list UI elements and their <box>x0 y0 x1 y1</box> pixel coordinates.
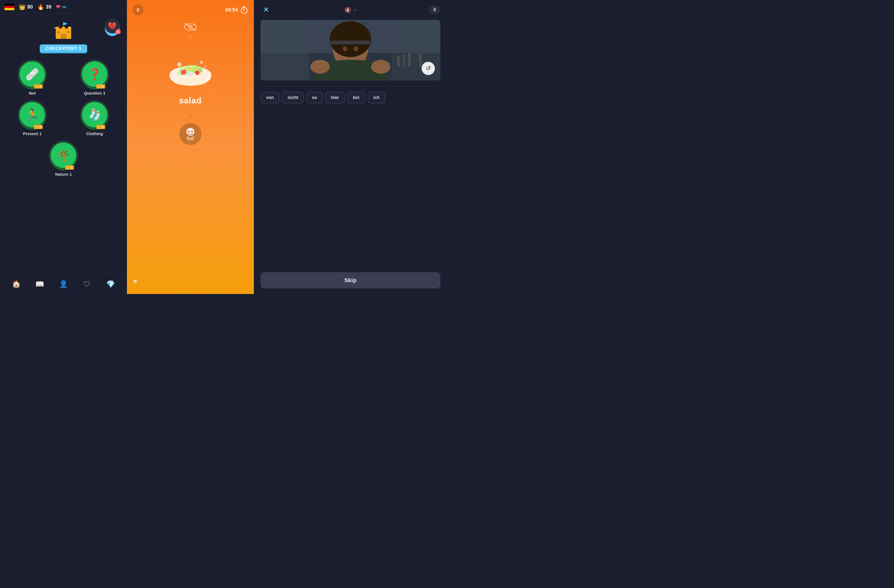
broken-heart-badge[interactable]: 💔 21 <box>105 18 120 33</box>
language-flag[interactable] <box>5 4 14 10</box>
pause-button[interactable]: ⏸ <box>133 5 143 15</box>
lesson-question1-circle: ❓ 👑 2 <box>81 60 109 88</box>
lesson-clothing-outer: 🧦 👑 2 <box>80 100 110 130</box>
svg-point-46 <box>371 60 390 74</box>
castle-banner: ✦ ✦ CHECKPOINT 1 <box>40 21 87 53</box>
hearts-stat: ❤ ∞ <box>56 3 66 11</box>
fire-stat: 🔥 39 <box>37 4 51 10</box>
timer-area: 04:54 <box>225 6 248 14</box>
lesson-clothing[interactable]: 🧦 👑 2 Clothing <box>67 100 122 136</box>
svg-rect-6 <box>61 34 66 39</box>
lesson-nature1-badge: 👑 2 <box>65 166 74 170</box>
nav-shield[interactable]: 🛡 <box>80 277 94 291</box>
svg-text:✦: ✦ <box>69 27 71 29</box>
nav-book[interactable]: 📖 <box>33 277 46 291</box>
speaker-button[interactable]: 🔇 ─ <box>344 7 356 13</box>
speaker-slash: ─ <box>353 8 356 12</box>
svg-point-23 <box>181 69 186 75</box>
lesson-question1[interactable]: ❓ 👑 2 Question 1 <box>67 59 122 95</box>
checkpoint-label: CHECKPOINT 1 <box>45 46 82 51</box>
up-arrow: ↑ <box>189 33 192 41</box>
down-arrow-area: ↓ <box>189 111 192 120</box>
lesson-nature1-outer: 🌴 👑 2 <box>48 140 79 170</box>
replay-button[interactable]: ↺ <box>421 62 435 75</box>
speaker-icon: 🔇 <box>344 7 351 13</box>
down-arrow-icon: ↓ <box>189 111 192 120</box>
svg-point-8 <box>67 31 70 34</box>
lesson-not-label: Not <box>29 91 36 95</box>
hearts-value: ∞ <box>62 3 66 11</box>
close-button[interactable]: ✕ <box>260 5 272 15</box>
lesson-question1-label: Question 1 <box>84 91 106 95</box>
student-icon <box>182 126 199 142</box>
fire-icon: 🔥 <box>37 4 44 10</box>
nav-character[interactable]: 👤 <box>57 277 70 291</box>
eye-hidden-icon <box>183 22 197 32</box>
svg-point-33 <box>204 65 207 68</box>
svg-point-32 <box>200 61 203 64</box>
skip-button[interactable]: Skip <box>260 272 440 288</box>
lesson-scroll-area: ✦ ✦ CHECKPOINT 1 🤖 💔 21 341 XP <box>0 14 127 274</box>
divider <box>260 86 440 86</box>
score-badge: 0 <box>429 6 440 14</box>
chip-so[interactable]: so <box>307 92 323 103</box>
svg-point-41 <box>330 21 371 57</box>
eye-icon-area: ↑ <box>183 22 197 41</box>
heart-icon: ❤ <box>56 4 60 10</box>
lesson-grid: 🩹 👑 2 Not ❓ 👑 2 <box>5 59 122 176</box>
middle-panel: ⏸ 04:54 ↑ <box>127 0 254 294</box>
lesson-nature1-circle: 🌴 👑 2 <box>50 142 77 169</box>
svg-point-44 <box>354 46 358 51</box>
right-topbar: ✕ 🔇 ─ 0 <box>254 0 447 20</box>
chip-ich[interactable]: ich <box>368 92 385 103</box>
lesson-present1-badge: 👑 2 <box>34 125 43 129</box>
lesson-not-outer: 🩹 👑 2 <box>17 59 47 89</box>
pause-icon: ⏸ <box>136 7 140 13</box>
svg-text:✦: ✦ <box>54 27 56 30</box>
left-panel: 👑 80 🔥 39 ❤ ∞ <box>0 0 127 294</box>
lesson-not[interactable]: 🩹 👑 2 Not <box>5 59 60 95</box>
score-value: 0 <box>433 8 436 12</box>
svg-point-31 <box>177 62 181 67</box>
chip-bin[interactable]: bin <box>347 92 365 103</box>
skip-label: Skip <box>344 277 356 283</box>
nav-gem[interactable]: 💎 <box>104 277 117 291</box>
chip-nicht[interactable]: nicht <box>282 92 304 103</box>
broken-heart-count: 21 <box>115 29 121 35</box>
lesson-clothing-circle: 🧦 👑 2 <box>81 101 109 128</box>
lesson-not-badge: 👑 2 <box>34 84 43 89</box>
answer-area: von nicht so hier bin ich <box>254 80 447 272</box>
svg-marker-1 <box>63 22 68 26</box>
chip-von[interactable]: von <box>260 92 279 103</box>
salad-image <box>166 43 215 93</box>
svg-point-30 <box>174 78 207 86</box>
character-circle <box>179 123 201 145</box>
svg-rect-52 <box>260 20 309 80</box>
salad-illustration <box>166 43 215 93</box>
checkpoint-section: ✦ ✦ CHECKPOINT 1 🤖 💔 21 341 XP <box>5 18 122 55</box>
crowns-stat: 👑 80 <box>19 4 33 10</box>
lesson-clothing-label: Clothing <box>86 131 103 136</box>
lesson-question1-outer: ❓ 👑 2 <box>80 59 110 89</box>
lesson-present1-label: Present 1 <box>23 131 42 136</box>
flag-button[interactable]: ⚑ <box>133 279 138 286</box>
svg-point-7 <box>57 31 60 34</box>
svg-point-24 <box>195 71 199 75</box>
svg-rect-42 <box>331 41 370 44</box>
word-chips: von nicht so hier bin ich <box>260 92 440 103</box>
nav-home[interactable]: 🏠 <box>10 277 23 291</box>
lesson-clothing-badge: 👑 2 <box>96 125 105 129</box>
timer-value: 04:54 <box>225 7 238 13</box>
top-bar: 👑 80 🔥 39 ❤ ∞ <box>0 0 127 14</box>
lesson-not-circle: 🩹 👑 2 <box>18 60 46 88</box>
checkpoint-badge: CHECKPOINT 1 <box>40 44 87 53</box>
svg-rect-3 <box>56 27 59 30</box>
lesson-nature1[interactable]: 🌴 👑 2 Nature 1 <box>5 140 122 176</box>
lesson-present1[interactable]: 🏃 👑 2 Present 1 <box>5 100 60 136</box>
svg-rect-4 <box>62 27 65 30</box>
chip-hier[interactable]: hier <box>325 92 344 103</box>
video-placeholder: ↺ <box>260 20 440 80</box>
svg-point-43 <box>343 46 347 51</box>
lesson-present1-outer: 🏃 👑 2 <box>17 100 47 130</box>
lesson-present1-circle: 🏃 👑 2 <box>18 101 46 128</box>
